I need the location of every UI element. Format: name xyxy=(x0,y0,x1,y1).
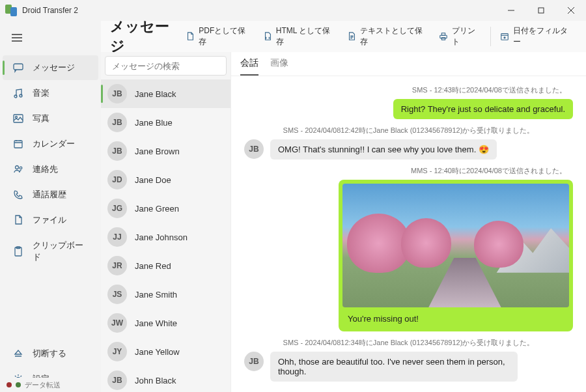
nav-label: メッセージ xyxy=(33,62,75,74)
nav-item-music[interactable]: 音楽 xyxy=(3,81,98,105)
nav-item-calendar[interactable]: カレンダー xyxy=(3,132,98,156)
app-title: Droid Transfer 2 xyxy=(22,6,78,15)
nav-label: クリップボード xyxy=(33,240,88,263)
titlebar: Droid Transfer 2 xyxy=(0,0,586,21)
conversation-item[interactable]: JYJane Yellow xyxy=(101,337,230,366)
text-icon xyxy=(347,32,356,42)
nav-label: ファイル xyxy=(33,214,66,226)
toolbar: PDFとして保存HTML として保存テキストとして保存プリント日付をフィルター xyxy=(180,21,577,51)
message-text: You're missing out! xyxy=(342,307,569,328)
avatar: JB xyxy=(107,84,127,104)
file-icon xyxy=(13,215,23,225)
avatar: JB xyxy=(244,352,264,371)
svg-rect-12 xyxy=(14,141,22,148)
statusbar: データ転送 xyxy=(0,378,101,392)
avatar: JJ xyxy=(107,227,127,247)
contact-name: Jane Blue xyxy=(135,118,173,128)
toolbar-save-text[interactable]: テキストとして保存 xyxy=(342,21,431,51)
message-bubble: Ohh, those are beautiful too. I've never… xyxy=(270,352,518,382)
avatar: JY xyxy=(107,342,127,361)
nav-label: 切断する xyxy=(33,348,66,359)
avatar: JG xyxy=(107,199,127,218)
conversation-list: JBJane BlackJBJane BlueJBJane BrownJDJan… xyxy=(101,52,231,392)
contacts-icon xyxy=(13,164,23,175)
mms-image[interactable] xyxy=(342,184,569,307)
tab-conversation[interactable]: 会話 xyxy=(240,57,258,76)
nav-item-photos[interactable]: 写真 xyxy=(3,106,98,131)
nav-label: 音楽 xyxy=(33,87,49,99)
avatar: JW xyxy=(107,313,127,333)
html-icon xyxy=(263,32,272,42)
main-header: メッセージ PDFとして保存HTML として保存テキストとして保存プリント日付を… xyxy=(101,21,586,52)
page-title: メッセージ xyxy=(110,17,180,56)
toolbar-save-html[interactable]: HTML として保存 xyxy=(258,21,339,51)
toolbar-print[interactable]: プリント xyxy=(434,21,486,51)
conversation-item[interactable]: JBJane Blue xyxy=(101,108,230,137)
contact-name: Jane White xyxy=(135,318,177,328)
message-bubble: Right? They're just so delicate and grac… xyxy=(393,99,573,119)
contact-name: Jane Smith xyxy=(135,290,177,300)
search-input[interactable] xyxy=(105,56,227,76)
svg-point-14 xyxy=(20,167,22,169)
toolbar-label: HTML として保存 xyxy=(276,25,334,48)
nav-item-files[interactable]: ファイル xyxy=(3,208,98,232)
conversation-item[interactable]: JRJane Red xyxy=(101,251,230,280)
message-bubble: OMG! That's stunning!! I can see why you… xyxy=(270,139,497,160)
message-list[interactable]: SMS - 12:43時に2024/04/08で送信されました。Right? T… xyxy=(231,76,586,392)
toolbar-label: テキストとして保存 xyxy=(360,25,426,48)
conversation-item[interactable]: JSJane Smith xyxy=(101,280,230,309)
status-dot-red xyxy=(7,382,12,387)
conversation-item[interactable]: JGJane Green xyxy=(101,194,230,223)
avatar: JB xyxy=(107,371,127,390)
nav-item-disconnect[interactable]: 切断する xyxy=(3,341,98,366)
print-icon xyxy=(439,32,448,42)
status-label: データ転送 xyxy=(25,380,61,390)
status-dot-green xyxy=(16,382,21,387)
toolbar-label: 日付をフィルター xyxy=(513,25,572,48)
conversation-item[interactable]: JBJohn Black xyxy=(101,366,230,392)
calendar-icon xyxy=(13,139,23,149)
contact-name: Jane Black xyxy=(135,89,176,99)
eject-icon xyxy=(13,348,23,359)
clipboard-icon xyxy=(13,246,23,257)
nav-item-contacts[interactable]: 連絡先 xyxy=(3,157,98,182)
nav-label: カレンダー xyxy=(33,138,75,150)
toolbar-save-pdf[interactable]: PDFとして保存 xyxy=(180,21,255,51)
nav-item-calls[interactable]: 通話履歴 xyxy=(3,182,98,207)
svg-rect-19 xyxy=(442,33,445,36)
nav-label: 連絡先 xyxy=(33,163,58,175)
contact-name: Jane Brown xyxy=(135,147,180,156)
avatar: JB xyxy=(107,113,127,132)
nav-item-messages[interactable]: メッセージ xyxy=(3,55,98,80)
photo-icon xyxy=(13,113,23,124)
svg-rect-7 xyxy=(14,64,23,70)
message-meta: MMS - 12:40時に2024/04/08で送信されました。 xyxy=(244,166,573,176)
contact-name: Jane Doe xyxy=(135,175,171,185)
close-button[interactable] xyxy=(556,0,586,21)
pdf-icon xyxy=(186,32,195,42)
conversation-item[interactable]: JBJane Black xyxy=(101,79,230,108)
nav-item-clipboard[interactable]: クリップボード xyxy=(3,233,98,270)
conversation-item[interactable]: JDJane Doe xyxy=(101,165,230,194)
conversation-item[interactable]: JJJane Johnson xyxy=(101,223,230,251)
contact-name: Jane Red xyxy=(135,261,171,271)
avatar: JD xyxy=(107,170,127,189)
mms-bubble: You're missing out! xyxy=(339,180,573,331)
hamburger-button[interactable] xyxy=(0,26,101,51)
minimize-button[interactable] xyxy=(496,0,526,21)
conversation-item[interactable]: JWJane White xyxy=(101,309,230,337)
svg-rect-20 xyxy=(442,38,445,40)
maximize-button[interactable] xyxy=(526,0,556,21)
nav-label: 写真 xyxy=(33,113,49,124)
message-meta: SMS - 2024/04/0812:34時にJane Black (01234… xyxy=(244,338,573,348)
toolbar-filter-date[interactable]: 日付をフィルター xyxy=(495,21,577,51)
avatar: JB xyxy=(107,141,127,161)
conversation-main: 会話画像 SMS - 12:43時に2024/04/08で送信されました。Rig… xyxy=(231,52,586,392)
contact-name: Jane Johnson xyxy=(135,232,188,242)
svg-point-9 xyxy=(20,94,22,97)
avatar: JR xyxy=(107,256,127,275)
conversation-item[interactable]: JBJane Brown xyxy=(101,137,230,165)
tab-images[interactable]: 画像 xyxy=(270,57,288,76)
svg-point-11 xyxy=(16,117,18,119)
avatar: JB xyxy=(244,139,264,159)
